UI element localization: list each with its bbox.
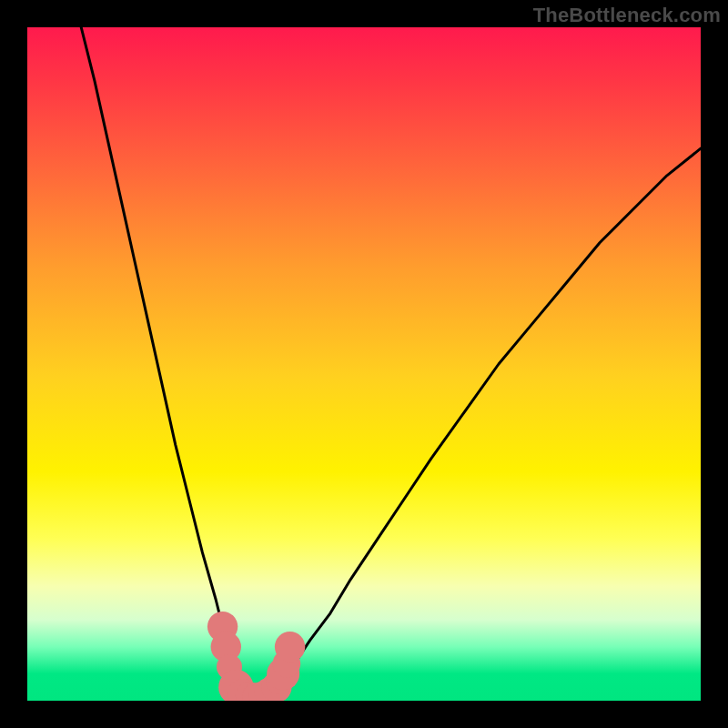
curve-layer (27, 27, 701, 701)
plot-area (27, 27, 701, 701)
watermark-text: TheBottleneck.com (533, 4, 721, 27)
chart-frame: TheBottleneck.com (0, 0, 728, 728)
marker-dot (275, 632, 305, 662)
bottleneck-curve (81, 27, 701, 697)
